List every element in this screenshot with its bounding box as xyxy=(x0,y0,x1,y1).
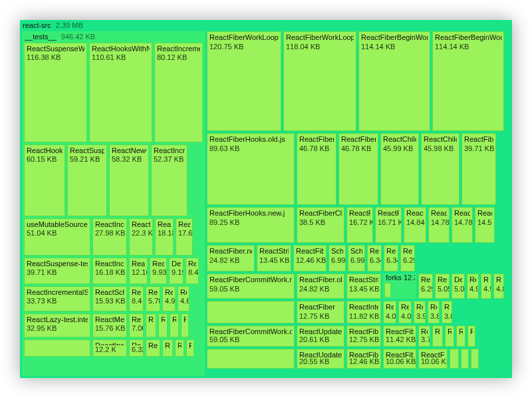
treemap-cell[interactable]: R xyxy=(175,339,184,357)
treemap-cell[interactable]: Debu9.19 xyxy=(169,258,184,284)
treemap-cell[interactable]: React14.5 K xyxy=(475,207,495,243)
treemap-cell[interactable]: ReactStric13.45 KB xyxy=(346,274,381,299)
treemap-cell[interactable]: ReactFiberBeginWork114.14 KB xyxy=(432,31,504,131)
treemap-cell[interactable]: ReactNewCo58.32 KB xyxy=(109,144,149,216)
treemap-cell[interactable]: Re xyxy=(158,313,168,337)
treemap-cell[interactable]: useMutableSource-te51.04 KB xyxy=(24,218,90,256)
treemap-cell[interactable] xyxy=(461,349,469,369)
treemap-cell[interactable]: Reac6.32 K xyxy=(129,339,144,357)
treemap-cell[interactable]: Sche6.99 xyxy=(348,245,365,272)
treemap-cell[interactable]: ReactF14.84 xyxy=(404,207,426,243)
nested-group[interactable]: forks 12.3 xyxy=(383,274,416,299)
treemap-cell[interactable]: Reac7.06 K xyxy=(129,313,144,337)
treemap-cell[interactable]: ReactFiber12.75 KB xyxy=(346,325,381,347)
treemap-cell[interactable]: Re4.9 xyxy=(481,274,491,299)
treemap-cell[interactable]: ReactStric13.45 KB xyxy=(257,245,291,272)
root-header[interactable]: react-src 2.39 MB xyxy=(20,20,512,31)
treemap-cell[interactable]: ReactFiberWorkLoop.o120.75 KB xyxy=(207,31,281,131)
treemap-cell[interactable]: Re xyxy=(162,339,173,357)
treemap-cell[interactable]: ReactFiber12.75 KB xyxy=(297,301,344,323)
treemap-cell[interactable]: R xyxy=(181,313,189,337)
treemap-cell[interactable]: ReactFiber12.46 KB xyxy=(293,245,327,272)
treemap-cell[interactable]: ReactFiber39.71 KB xyxy=(462,133,496,205)
treemap-cell[interactable]: ReactSuspense-test.39.71 KB xyxy=(24,258,90,284)
treemap-cell[interactable]: ReactSched15.93 KB xyxy=(92,286,127,311)
treemap-cell[interactable]: ReactFiberWorkLoop.n118.04 KB xyxy=(283,31,356,131)
treemap-cell[interactable]: ReactUpdateQu20.55 KB xyxy=(297,349,344,369)
treemap-cell[interactable]: React4.91 xyxy=(162,286,176,311)
treemap-cell[interactable]: React12.16 xyxy=(129,258,148,284)
treemap-cell[interactable]: R xyxy=(456,325,466,347)
treemap-cell[interactable]: Rea6.29 xyxy=(400,245,415,272)
treemap-cell[interactable]: Rea4.0 xyxy=(398,301,412,323)
treemap-cell[interactable]: ReactFiberHooks.new.j89.25 KB xyxy=(207,207,295,243)
treemap-cell[interactable]: ReactFiberC46.78 KB xyxy=(297,133,336,205)
treemap-cell[interactable]: ReactChildF45.99 KB xyxy=(380,133,419,205)
treemap-cell[interactable]: Reac5.78 xyxy=(146,286,160,311)
treemap-cell[interactable]: R xyxy=(445,325,454,347)
treemap-cell[interactable]: ReactMemo15.76 KB xyxy=(92,313,127,337)
treemap-cell[interactable]: ReactFr22.3 KB xyxy=(129,218,153,256)
treemap-cell[interactable]: ReactIncrem52.37 KB xyxy=(151,144,188,216)
treemap-cell[interactable]: ReactI17.65 xyxy=(176,218,193,256)
treemap-cell[interactable]: Re3.8 xyxy=(442,301,452,323)
treemap-cell[interactable]: ReactFi16.72 K xyxy=(346,207,373,243)
treemap-cell[interactable]: ReactUpdateQu20.61 KB xyxy=(297,325,344,347)
treemap-cell[interactable]: Re4.9 xyxy=(467,274,479,299)
treemap-cell[interactable]: ReactFiber.new24.82 KB xyxy=(207,245,255,272)
treemap-cell[interactable]: ReactFi16.71 K xyxy=(375,207,402,243)
treemap-cell[interactable]: ReactFiberBeginWork114.14 KB xyxy=(358,31,430,131)
treemap-cell[interactable]: ReactF14.78 xyxy=(428,207,450,243)
treemap-cell[interactable]: Re4.8 xyxy=(493,274,504,299)
treemap-cell[interactable]: React9.93 xyxy=(150,258,167,284)
treemap-cell[interactable]: Re xyxy=(432,325,443,347)
treemap-cell[interactable]: Del5.0 xyxy=(452,274,465,299)
treemap-cell[interactable] xyxy=(207,301,295,323)
group-files[interactable]: ReactFiberWorkLoop.o120.75 KBReactFiberW… xyxy=(207,31,510,376)
group-tests[interactable]: __tests__ 946.42 KB ReactSuspenseWith116… xyxy=(22,31,205,376)
treemap-cell[interactable]: Rea8.44 xyxy=(186,258,199,284)
treemap-cell[interactable] xyxy=(450,349,459,369)
treemap-cell[interactable]: ReactLazy-test.intern32.95 KB xyxy=(24,313,90,337)
treemap-cell[interactable]: Re3.7 xyxy=(418,325,430,347)
treemap-root[interactable]: react-src 2.39 MB __tests__ 946.42 KB Re… xyxy=(20,20,512,378)
treemap-cell[interactable]: Rea6.29 xyxy=(418,274,433,299)
treemap-cell[interactable]: ReactF14.78 xyxy=(452,207,473,243)
treemap-cell[interactable]: R xyxy=(467,325,475,347)
treemap-cell[interactable]: ReactIncre16.18 KB xyxy=(92,258,127,284)
treemap-cell[interactable]: ReactIncre27.98 KB xyxy=(92,218,127,256)
treemap-cell[interactable]: ReactFiber11.42 KB xyxy=(383,325,416,347)
treemap-cell[interactable]: ReactChildF45.98 KB xyxy=(421,133,460,205)
treemap-cell[interactable]: Sche6.99 xyxy=(329,245,346,272)
treemap-cell[interactable]: React xyxy=(146,339,160,357)
treemap-cell[interactable]: ReactFiber.old.j24.82 KB xyxy=(297,274,344,299)
treemap-cell[interactable]: Rea4.0 xyxy=(383,301,396,323)
treemap-cell[interactable]: ReactFiberCommitWork.o59.05 KB xyxy=(207,325,295,347)
treemap-cell[interactable] xyxy=(384,283,391,298)
treemap-cell[interactable]: Rea6.34 xyxy=(367,245,382,272)
treemap-cell[interactable]: Re3.8 xyxy=(428,301,440,323)
tests-header[interactable]: __tests__ 946.42 KB xyxy=(22,31,205,43)
treemap-cell[interactable]: React4.6 xyxy=(178,286,190,311)
treemap-cell[interactable]: ReactIncre12.2 K xyxy=(92,339,127,357)
treemap-cell[interactable]: Rea6.34 xyxy=(384,245,398,272)
treemap-cell[interactable]: ReactFiberCommitWork.n59.05 KB xyxy=(207,274,295,299)
treemap-cell[interactable]: Reac8.4 K xyxy=(129,286,144,311)
treemap-cell[interactable]: ReactFiber12.46 KB xyxy=(346,349,381,369)
treemap-cell[interactable]: ReactSuspen59.21 KB xyxy=(67,144,107,216)
treemap-cell[interactable] xyxy=(471,349,479,369)
treemap-cell[interactable]: Re3.9 xyxy=(414,301,426,323)
treemap-cell[interactable]: Rea5.05 xyxy=(435,274,450,299)
treemap-cell[interactable]: ReactS18.18 xyxy=(155,218,174,256)
treemap-cell[interactable] xyxy=(207,349,295,369)
treemap-cell[interactable]: ReactFiberClas38.5 KB xyxy=(297,207,344,243)
treemap-cell[interactable]: ReactFiber10.06 KB xyxy=(383,349,416,369)
treemap-cell[interactable]: ReactFiber10.06 KB xyxy=(418,349,448,369)
treemap-cell[interactable]: R xyxy=(186,339,194,357)
treemap-cell[interactable]: ReactFiberHooks.old.js89.63 KB xyxy=(207,133,295,205)
treemap-cell[interactable]: ReactSuspenseWith116.38 KB xyxy=(24,43,87,142)
treemap-cell[interactable]: Re xyxy=(170,313,179,337)
treemap-cell[interactable]: ReactIncreme80.12 KB xyxy=(154,43,203,142)
treemap-cell[interactable]: ReactHooks-t60.15 KB xyxy=(24,144,65,216)
treemap-cell[interactable]: ReactIncrementalSid33.73 KB xyxy=(24,286,90,311)
